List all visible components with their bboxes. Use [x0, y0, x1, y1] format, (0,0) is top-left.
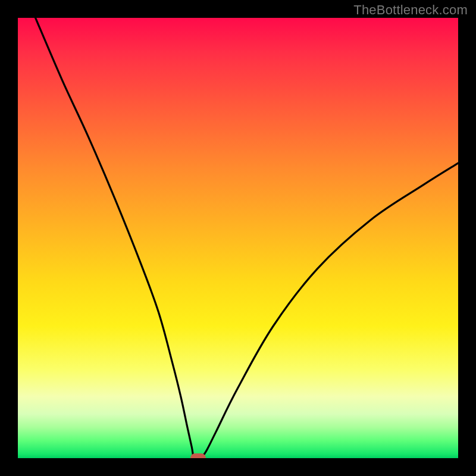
optimal-point-marker — [190, 453, 206, 458]
bottleneck-curve — [18, 18, 458, 458]
plot-area — [18, 18, 458, 458]
chart-frame: TheBottleneck.com — [0, 0, 476, 476]
watermark-text: TheBottleneck.com — [353, 2, 468, 18]
